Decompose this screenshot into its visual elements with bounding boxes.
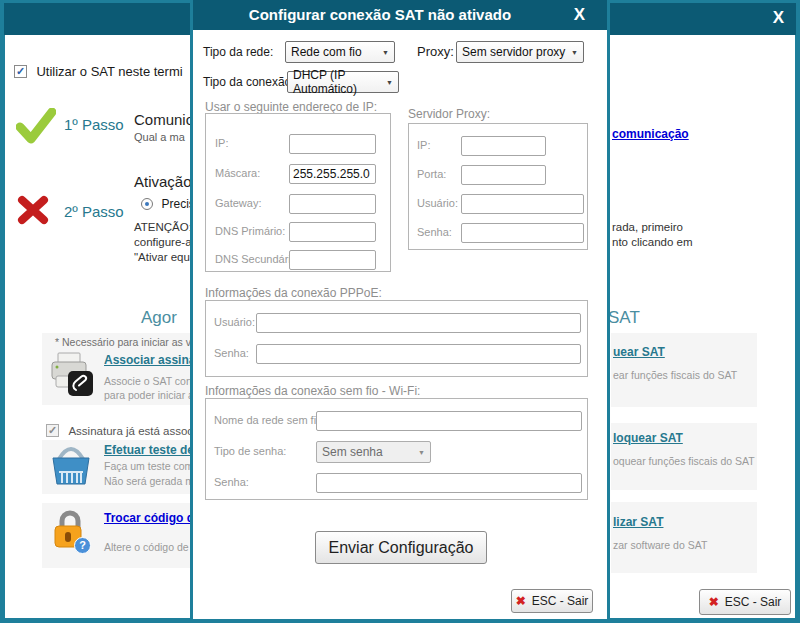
tipo-rede-label: Tipo da rede:: [203, 45, 273, 59]
tipo-conexao-dropdown[interactable]: DHCP (IP Automático) ▼: [287, 71, 399, 93]
chevron-down-icon: ▼: [418, 449, 425, 456]
proxy-senha-label: Senha:: [417, 226, 452, 238]
wifi-nome-input[interactable]: [316, 411, 582, 431]
teste-line1: Faça um teste compl: [104, 460, 201, 472]
tipo-conexao-label: Tipo da conexão:: [203, 75, 295, 89]
step2-heading: Ativação: [134, 173, 192, 190]
background-esc-sair-label: ESC - Sair: [725, 595, 782, 609]
background-esc-sair-button[interactable]: ✖ ESC - Sair: [699, 589, 791, 615]
question-badge-icon: ?: [74, 537, 91, 554]
proxy-group-title: Servidor Proxy:: [408, 107, 490, 121]
modal-close-icon[interactable]: X: [574, 4, 585, 26]
trocar-codigo-link[interactable]: Trocar código de: [104, 511, 201, 525]
associar-line2: para poder iniciar as: [104, 389, 199, 401]
dns-primario-input[interactable]: [289, 222, 376, 242]
trocar-codigo-line1: Altere o código de at: [104, 541, 200, 553]
step2-warning-right2: nto clicando em: [612, 236, 693, 248]
ip-group-title: Usar o seguinte endereço de IP:: [205, 100, 377, 114]
tipo-conexao-value: DHCP (IP Automático): [293, 68, 382, 96]
chevron-down-icon: ▼: [386, 79, 393, 86]
pppoe-group-title: Informações da conexão PPPoE:: [205, 286, 382, 300]
step2-radio-row[interactable]: Precis: [141, 194, 195, 212]
mascara-input[interactable]: [289, 164, 376, 184]
tipo-rede-dropdown[interactable]: Rede com fio ▼: [285, 41, 395, 63]
step2-warning-line3: "Ativar equ: [134, 251, 190, 263]
gateway-input[interactable]: [289, 194, 376, 214]
wifi-group-box: Nome da rede sem fio: Tipo de senha: Sem…: [205, 398, 588, 500]
gateway-label: Gateway:: [215, 197, 261, 209]
assinatura-associada-checkbox[interactable]: ✓: [46, 424, 59, 437]
modal-title: Configurar conexão SAT não ativado: [193, 0, 567, 30]
step2-warning-line1: ATENÇÃO:: [134, 221, 192, 233]
step1-heading: Comunic: [134, 111, 193, 128]
pppoe-senha-input[interactable]: [256, 344, 581, 364]
lock-question-icon: ?: [50, 507, 92, 559]
teste-line2: Não será gerada mo: [104, 475, 200, 487]
proxy-label: Proxy:: [417, 44, 454, 59]
pppoe-group-box: Usuário: Senha:: [205, 300, 588, 377]
red-x-icon: ✖: [709, 595, 719, 609]
wifi-tipo-senha-label: Tipo de senha:: [214, 445, 286, 457]
atualizar-sat-link[interactable]: lizar SAT: [613, 515, 663, 529]
dns-secundario-input[interactable]: [289, 250, 376, 270]
ip-input[interactable]: [289, 134, 376, 154]
ip-group-box: IP: Máscara: Gateway: DNS Primário: DNS …: [205, 113, 391, 272]
tipo-rede-value: Rede com fio: [291, 45, 362, 59]
red-x-icon: ✖: [516, 594, 526, 608]
modal-esc-sair-button[interactable]: ✖ ESC - Sair: [511, 589, 593, 613]
dns-secundario-label: DNS Secundário:: [215, 253, 300, 265]
printer-clip-icon: [44, 349, 96, 403]
modal-titlebar: Configurar conexão SAT não ativado X: [193, 0, 607, 30]
wifi-senha-label: Senha:: [214, 476, 249, 488]
enviar-configuracao-button[interactable]: Enviar Configuração: [315, 531, 487, 564]
dns-primario-label: DNS Primário:: [215, 225, 285, 237]
proxy-usuario-input[interactable]: [461, 194, 584, 214]
use-sat-label: Utilizar o SAT neste termi: [36, 64, 182, 79]
section-heading-left: Agor: [141, 308, 177, 328]
desbloquear-sat-link[interactable]: loquear SAT: [613, 431, 683, 445]
proxy-porta-input[interactable]: [461, 165, 546, 185]
proxy-ip-input[interactable]: [461, 136, 546, 156]
proxy-senha-input[interactable]: [461, 223, 584, 243]
step2-warning-line2: configure-a: [134, 236, 192, 248]
use-sat-checkbox[interactable]: ✓: [14, 65, 27, 78]
step1-subtext: Qual a ma: [134, 131, 185, 143]
proxy-value: Sem servidor proxy: [462, 45, 565, 59]
proxy-usuario-label: Usuário:: [417, 197, 458, 209]
step2-x-icon: [17, 195, 49, 229]
use-sat-checkbox-row[interactable]: ✓ Utilizar o SAT neste termi: [14, 62, 183, 80]
proxy-dropdown[interactable]: Sem servidor proxy ▼: [456, 41, 584, 63]
wifi-nome-label: Nome da rede sem fio:: [214, 414, 325, 426]
step2-warning-right1: rada, primeiro: [612, 221, 683, 233]
ip-label: IP:: [215, 137, 228, 149]
wifi-tipo-senha-value: Sem senha: [322, 445, 383, 459]
atualizar-sat-line1: zar software do SAT: [613, 539, 707, 551]
associar-note: * Necessário para iniciar as vend: [55, 336, 209, 348]
screen: X ✓ Utilizar o SAT neste termi 1º Passo …: [0, 0, 800, 623]
step2-label: 2º Passo: [64, 203, 124, 220]
chevron-down-icon: ▼: [382, 49, 389, 56]
configurar-conexao-dialog: Configurar conexão SAT não ativado X Tip…: [190, 0, 610, 623]
bloquear-sat-link[interactable]: uear SAT: [613, 345, 665, 359]
pppoe-usuario-input[interactable]: [256, 313, 581, 333]
associar-line1: Associe o SAT conec: [104, 375, 203, 387]
proxy-porta-label: Porta:: [417, 168, 446, 180]
step1-label: 1º Passo: [64, 116, 124, 133]
comunicacao-link[interactable]: comunicação: [612, 127, 689, 141]
pppoe-usuario-label: Usuário:: [214, 316, 255, 328]
wifi-group-title: Informações da conexão sem fio - Wi-Fi:: [205, 384, 420, 398]
proxy-ip-label: IP:: [417, 139, 430, 151]
background-close-icon[interactable]: X: [773, 7, 784, 29]
wifi-senha-input[interactable]: [316, 473, 582, 493]
atualizar-sat-card: [611, 502, 757, 573]
section-heading-right: SAT: [608, 308, 640, 328]
bloquear-sat-line1: ear funções fiscais do SAT: [613, 369, 737, 381]
proxy-group-box: IP: Porta: Usuário: Senha:: [408, 123, 588, 250]
mascara-label: Máscara:: [215, 167, 260, 179]
chevron-down-icon: ▼: [571, 49, 578, 56]
precisa-ativar-radio[interactable]: [141, 198, 153, 210]
wifi-tipo-senha-dropdown[interactable]: Sem senha ▼: [316, 441, 431, 463]
pppoe-senha-label: Senha:: [214, 347, 249, 359]
modal-esc-sair-label: ESC - Sair: [532, 594, 589, 608]
basket-icon: [46, 443, 96, 493]
